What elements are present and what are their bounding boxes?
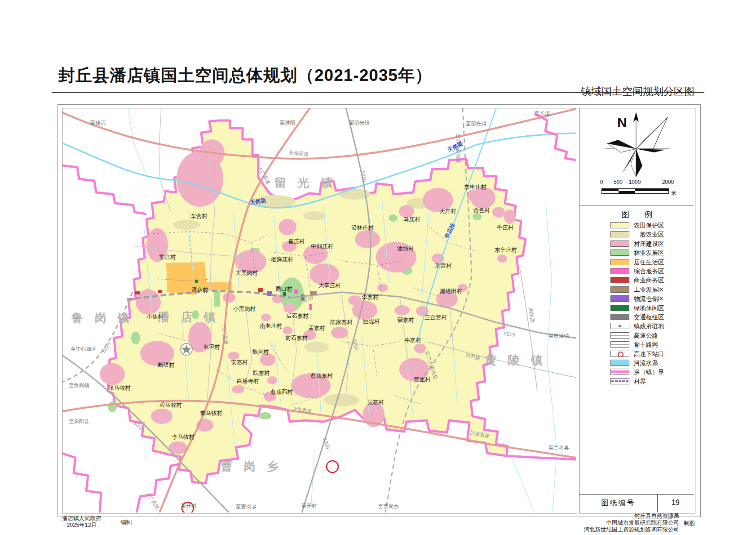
legend-swatch-fill bbox=[610, 268, 629, 274]
legend-item-label: 高速公路 bbox=[634, 332, 658, 340]
legend-item-label: 工业发展区 bbox=[634, 286, 664, 294]
legend-item: 商业商务区 bbox=[579, 276, 694, 285]
legend-item-label: 林业发展区 bbox=[634, 249, 664, 257]
legend-item: 高速下站口 bbox=[579, 349, 694, 358]
map-subtitle: 镇域国土空间规划分区图 bbox=[515, 85, 694, 98]
legend-swatch-fill bbox=[610, 295, 629, 302]
legend-item-label: 村界 bbox=[634, 378, 646, 386]
legend-item: 乡（镇）界 bbox=[579, 367, 694, 376]
village-name-label: 院寨村 bbox=[253, 370, 270, 376]
edge-destination-label: 至原阳县 bbox=[69, 419, 89, 424]
legend-swatch-fill bbox=[610, 259, 629, 265]
scale-tick-1000: 1000 bbox=[629, 179, 641, 185]
village-name-label: 聂寨村 bbox=[397, 317, 414, 323]
legend-item-label: 乡（镇）界 bbox=[634, 368, 664, 376]
legend-swatch-line bbox=[610, 341, 629, 348]
legend-item-label: 镇政府驻地 bbox=[634, 322, 664, 330]
legend-item-label: 农田保护区 bbox=[634, 222, 664, 230]
scale-unit: 米 bbox=[671, 190, 676, 197]
edge-destination-label: 至黄陵镇 bbox=[548, 333, 570, 339]
legend-item: 综合服务区 bbox=[579, 267, 694, 276]
edge-destination-label: 至曹岗乡 bbox=[236, 504, 257, 509]
road-name-label: 长修高速 bbox=[288, 150, 309, 157]
village-name-label: 董马牧村 bbox=[200, 410, 222, 416]
village-name-label: 小黑岗村 bbox=[233, 306, 256, 312]
town-government-star bbox=[181, 343, 192, 355]
north-label: N bbox=[617, 115, 627, 130]
legend-swatch-fill bbox=[610, 286, 629, 293]
village-name-label: 营里村 bbox=[414, 376, 431, 383]
village-name-label: 中刘庄村 bbox=[311, 243, 333, 250]
edge-destination-label: 至留光镇 bbox=[349, 120, 370, 125]
legend-item-label: 商业商务区 bbox=[634, 276, 664, 285]
village-name-label: 三合营村 bbox=[424, 314, 447, 321]
legend-swatch-fill bbox=[610, 277, 629, 283]
village-name-label: 大岸村 bbox=[439, 208, 456, 214]
legend-item-label: 交通枢纽区 bbox=[634, 313, 664, 321]
edge-destination-label: 至开封 bbox=[181, 503, 197, 508]
village-name-label: 断堤村 bbox=[158, 362, 175, 368]
legend-swatch-fill bbox=[610, 360, 629, 366]
town-name-label: 留 光 镇 bbox=[274, 176, 336, 189]
village-name-label: 常庄村 bbox=[159, 254, 176, 260]
village-name-label: 孟寨村 bbox=[308, 325, 325, 331]
village-name-label: 贾色村 bbox=[473, 207, 490, 214]
village-name-label: 油坊村 bbox=[397, 245, 414, 252]
cartography-org: 河北新世纪国土资源规划咨询有限公司 bbox=[499, 526, 679, 533]
legend-item: 交通枢纽区 bbox=[579, 312, 694, 321]
village-name-label: 吴寨村 bbox=[367, 399, 384, 406]
road-name-label: S219 bbox=[101, 341, 112, 354]
village-name-label: 蔡顶西村 bbox=[270, 389, 293, 395]
legend-item: ★镇政府驻地 bbox=[579, 321, 694, 330]
road-name-label: S220 bbox=[360, 170, 367, 182]
village-name-label: 程马牧村 bbox=[159, 402, 182, 408]
village-name-label: 陈家寨村 bbox=[330, 319, 353, 325]
edge-destination-label: 至留光镇 bbox=[466, 121, 487, 126]
edge-destination-label: 至曹岗乡 bbox=[378, 504, 399, 509]
edge-destination-label: 至濮阳 bbox=[280, 120, 296, 125]
legend-item: 物流仓储区 bbox=[579, 294, 694, 303]
road-name-label: 陶朱路 bbox=[528, 308, 535, 323]
map-marginalia-panel: N 0 500 1000 2000 米 图 例 农田保护区一般农业区村庄建设区林… bbox=[579, 108, 695, 513]
edge-destination-label: 至鲁岗镇 bbox=[69, 383, 90, 388]
compass-rose: N bbox=[600, 109, 674, 177]
legend-item: 高速公路 bbox=[579, 331, 694, 340]
village-name-label: 安寨村 bbox=[231, 359, 248, 366]
legend-item: 骨干路网 bbox=[579, 340, 694, 349]
credits-cartography: 封丘县自然资源局 中国城市发展研究院有限公司 河北新世纪国土资源规划咨询有限公司 bbox=[499, 513, 679, 533]
legend-item: 村界 bbox=[579, 377, 694, 386]
legend-item: 林业发展区 bbox=[579, 248, 694, 257]
village-name-label: 后石寨村 bbox=[286, 313, 309, 319]
legend-swatch-fill bbox=[610, 250, 629, 256]
credits-compiler: 潘店镇人民政府 2025年12月 bbox=[62, 515, 102, 529]
village-name-label: 沿林庄村 bbox=[351, 225, 374, 231]
village-name-label: 小焦村 bbox=[146, 313, 164, 320]
legend-swatch-thickline bbox=[610, 369, 629, 375]
legend-swatch-fill bbox=[610, 241, 629, 247]
scale-tick-500: 500 bbox=[614, 179, 623, 185]
village-name-label: 大辛庄村 bbox=[318, 282, 341, 289]
legend-item-label: 居住生活区 bbox=[634, 259, 664, 267]
plan-sheet: 封丘县潘店镇国土空间总体规划（2021-2035年） 镇域国土空间规划分区图 bbox=[0, 0, 756, 535]
village-name-label: 前石寨村 bbox=[285, 335, 308, 341]
legend-item: 居住生活区 bbox=[579, 258, 694, 267]
village-name-label: 大黑岗村 bbox=[235, 270, 258, 276]
village-name-label: 马庄村 bbox=[403, 216, 420, 223]
village-name-label: 车营村 bbox=[190, 213, 208, 219]
town-name-label: 潘 店 镇 bbox=[157, 310, 219, 324]
village-name-label: 黑塔田村 bbox=[440, 288, 462, 294]
village-name-label: 牛寨村 bbox=[404, 337, 421, 343]
legend-swatch-line bbox=[610, 332, 629, 339]
scale-tick-0: 0 bbox=[600, 179, 603, 185]
legend-item: 村庄建设区 bbox=[579, 239, 694, 248]
cartography-suffix: 制图 bbox=[684, 520, 695, 527]
cartography-org: 封丘县自然资源局 bbox=[499, 513, 679, 520]
sheet-number-label: 图纸编号 bbox=[579, 499, 657, 508]
village-name-label: 崔庄村 bbox=[287, 238, 305, 245]
village-name-label: 魏营村 bbox=[252, 349, 269, 355]
village-name-label: 周口村 bbox=[275, 286, 292, 292]
page-title: 封丘县潘店镇国土空间总体规划（2021-2035年） bbox=[58, 64, 432, 87]
legend-item-label: 河流水系 bbox=[634, 359, 658, 367]
village-name-label: 李马牧村 bbox=[172, 434, 195, 440]
village-name-label: 东申庄村 bbox=[464, 184, 486, 190]
